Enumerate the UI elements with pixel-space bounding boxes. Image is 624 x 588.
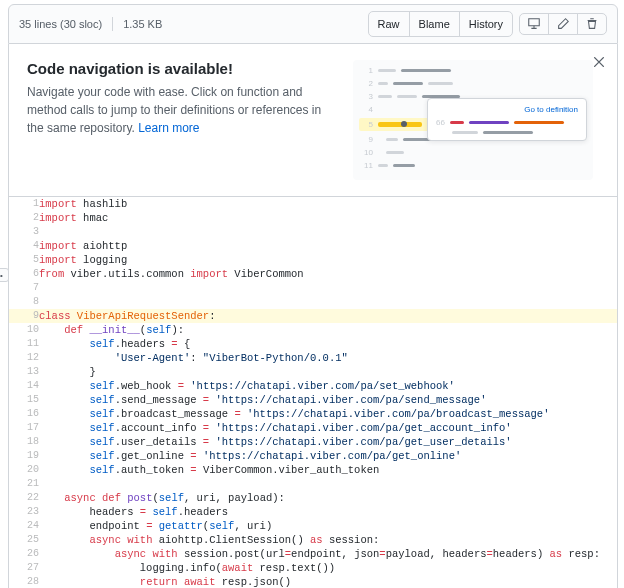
code-nav-banner: Code navigation is available! Navigate y…: [8, 44, 618, 197]
line-number[interactable]: 14: [9, 379, 39, 393]
line-content: import hashlib: [39, 197, 617, 211]
code-line[interactable]: 17 self.account_info = 'https://chatapi.…: [9, 421, 617, 435]
code-line[interactable]: 4import aiohttp: [9, 239, 617, 253]
code-line[interactable]: 3: [9, 225, 617, 239]
line-content: [39, 477, 617, 491]
code-table: 1import hashlib2import hmac3 4import aio…: [9, 197, 617, 588]
line-content: self.send_message = 'https://chatapi.vib…: [39, 393, 617, 407]
line-content: [39, 281, 617, 295]
code-line[interactable]: 18 self.user_details = 'https://chatapi.…: [9, 435, 617, 449]
edit-icon[interactable]: [548, 13, 578, 35]
line-content: self.get_online = 'https://chatapi.viber…: [39, 449, 617, 463]
line-content: self.broadcast_message = 'https://chatap…: [39, 407, 617, 421]
line-number[interactable]: 1: [9, 197, 39, 211]
delete-icon[interactable]: [577, 13, 607, 35]
desktop-icon[interactable]: [519, 13, 549, 35]
code-line[interactable]: 5import logging: [9, 253, 617, 267]
line-number[interactable]: 3: [9, 225, 39, 239]
line-number[interactable]: 4: [9, 239, 39, 253]
line-content: from viber.utils.common import ViberComm…: [39, 267, 617, 281]
line-number[interactable]: 22: [9, 491, 39, 505]
line-number[interactable]: 27: [9, 561, 39, 575]
line-number[interactable]: 16: [9, 407, 39, 421]
definition-popup: Go to definition 66: [427, 98, 587, 141]
code-line[interactable]: 24 endpoint = getattr(self, uri): [9, 519, 617, 533]
line-number[interactable]: 28: [9, 575, 39, 588]
code-line[interactable]: 15 self.send_message = 'https://chatapi.…: [9, 393, 617, 407]
line-number[interactable]: 11: [9, 337, 39, 351]
line-number[interactable]: 26: [9, 547, 39, 561]
code-line[interactable]: 26 async with session.post(url=endpoint,…: [9, 547, 617, 561]
code-line[interactable]: 27 logging.info(await resp.text()): [9, 561, 617, 575]
line-content: async def post(self, uri, payload):: [39, 491, 617, 505]
line-number[interactable]: 25: [9, 533, 39, 547]
line-number[interactable]: 23: [9, 505, 39, 519]
line-content: headers = self.headers: [39, 505, 617, 519]
line-count: 35 lines (30 sloc): [19, 18, 102, 30]
line-number[interactable]: 24: [9, 519, 39, 533]
line-content: import hmac: [39, 211, 617, 225]
code-line[interactable]: 28 return await resp.json(): [9, 575, 617, 588]
code-line[interactable]: 9class ViberApiRequestSender:: [9, 309, 617, 323]
line-number[interactable]: 8: [9, 295, 39, 309]
code-line[interactable]: 21: [9, 477, 617, 491]
code-line[interactable]: 6from viber.utils.common import ViberCom…: [9, 267, 617, 281]
line-number[interactable]: 5: [9, 253, 39, 267]
goto-definition-link[interactable]: Go to definition: [436, 105, 578, 114]
code-line[interactable]: 20 self.auth_token = ViberCommon.viber_a…: [9, 463, 617, 477]
line-number[interactable]: 19: [9, 449, 39, 463]
code-line[interactable]: 23 headers = self.headers: [9, 505, 617, 519]
line-content: [39, 225, 617, 239]
line-number[interactable]: 17: [9, 421, 39, 435]
code-line[interactable]: 13 }: [9, 365, 617, 379]
banner-description: Navigate your code with ease. Click on f…: [27, 83, 337, 137]
code-line[interactable]: 22 async def post(self, uri, payload):: [9, 491, 617, 505]
learn-more-link[interactable]: Learn more: [138, 121, 199, 135]
line-number[interactable]: 15: [9, 393, 39, 407]
line-number[interactable]: 9: [9, 309, 39, 323]
line-number[interactable]: 2: [9, 211, 39, 225]
line-content: self.account_info = 'https://chatapi.vib…: [39, 421, 617, 435]
code-line[interactable]: 14 self.web_hook = 'https://chatapi.vibe…: [9, 379, 617, 393]
code-line[interactable]: 8: [9, 295, 617, 309]
blame-button[interactable]: Blame: [409, 11, 460, 37]
code-line[interactable]: 19 self.get_online = 'https://chatapi.vi…: [9, 449, 617, 463]
code-viewer[interactable]: 1import hashlib2import hmac3 4import aio…: [8, 197, 618, 588]
line-number[interactable]: 7: [9, 281, 39, 295]
line-number[interactable]: 18: [9, 435, 39, 449]
code-line[interactable]: 12 'User-Agent': "ViberBot-Python/0.0.1": [9, 351, 617, 365]
code-line[interactable]: 2import hmac: [9, 211, 617, 225]
file-size: 1.35 KB: [123, 18, 162, 30]
code-line[interactable]: 11 self.headers = {: [9, 337, 617, 351]
raw-button[interactable]: Raw: [368, 11, 410, 37]
line-number[interactable]: 13: [9, 365, 39, 379]
line-number[interactable]: 20: [9, 463, 39, 477]
line-content: self.user_details = 'https://chatapi.vib…: [39, 435, 617, 449]
line-content: import logging: [39, 253, 617, 267]
banner-title: Code navigation is available!: [27, 60, 337, 77]
line-number[interactable]: 10: [9, 323, 39, 337]
code-line[interactable]: 25 async with aiohttp.ClientSession() as…: [9, 533, 617, 547]
line-content: self.web_hook = 'https://chatapi.viber.c…: [39, 379, 617, 393]
banner-illustration: 1 2 3 4 5 Go to definition 66 9 10: [353, 60, 593, 180]
code-line[interactable]: 7: [9, 281, 617, 295]
line-content: async with session.post(url=endpoint, js…: [39, 547, 617, 561]
line-number[interactable]: 12: [9, 351, 39, 365]
line-content: return await resp.json(): [39, 575, 617, 588]
code-line[interactable]: 1import hashlib: [9, 197, 617, 211]
history-button[interactable]: History: [459, 11, 513, 37]
close-icon[interactable]: [591, 54, 607, 70]
line-content: class ViberApiRequestSender:: [39, 309, 617, 323]
line-content: def __init__(self):: [39, 323, 617, 337]
line-number[interactable]: 21: [9, 477, 39, 491]
divider: [112, 17, 113, 31]
line-content: 'User-Agent': "ViberBot-Python/0.0.1": [39, 351, 617, 365]
line-number[interactable]: 6: [9, 267, 39, 281]
code-line[interactable]: 16 self.broadcast_message = 'https://cha…: [9, 407, 617, 421]
file-header: 35 lines (30 sloc) 1.35 KB Raw Blame His…: [8, 4, 618, 44]
line-content: }: [39, 365, 617, 379]
expand-icon[interactable]: ••: [0, 268, 9, 282]
line-content: [39, 295, 617, 309]
file-actions: Raw Blame History: [368, 11, 607, 37]
code-line[interactable]: 10 def __init__(self):: [9, 323, 617, 337]
